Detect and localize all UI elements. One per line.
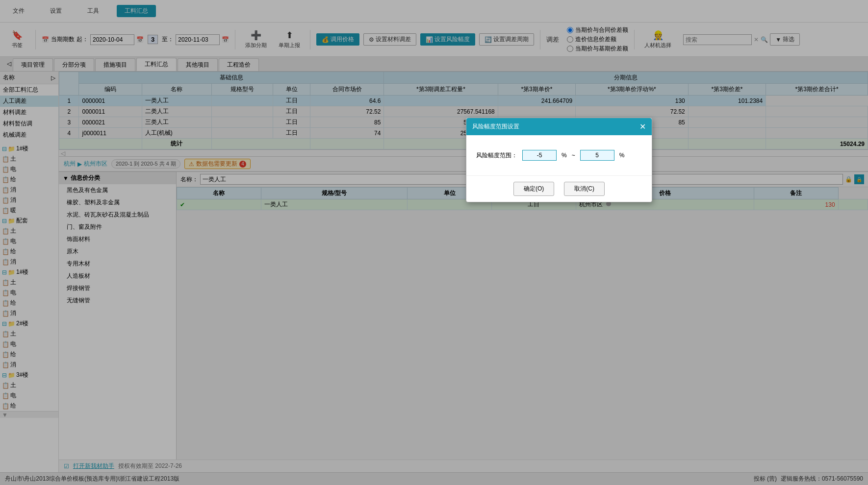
modal-confirm-button[interactable]: 确定(O) [513, 182, 554, 196]
modal-header: 风险幅度范围设置 ✕ [466, 118, 652, 135]
modal-percent-1: % [562, 152, 567, 159]
modal-tilde: ~ [572, 152, 575, 159]
modal-title: 风险幅度范围设置 [472, 122, 519, 131]
modal-footer: 确定(O) 取消(C) [466, 175, 652, 202]
modal-cancel-button[interactable]: 取消(C) [564, 182, 605, 196]
modal-max-input[interactable] [580, 150, 614, 161]
modal-close-button[interactable]: ✕ [639, 122, 646, 131]
modal-range-label: 风险幅度范围： [476, 151, 517, 160]
modal-min-input[interactable] [522, 150, 557, 161]
modal-overlay[interactable]: 风险幅度范围设置 ✕ 风险幅度范围： % ~ % 确定(O) 取消(C) [0, 0, 868, 485]
risk-modal: 风险幅度范围设置 ✕ 风险幅度范围： % ~ % 确定(O) 取消(C) [466, 118, 652, 202]
modal-body: 风险幅度范围： % ~ % [466, 135, 652, 175]
modal-percent-2: % [619, 152, 625, 159]
